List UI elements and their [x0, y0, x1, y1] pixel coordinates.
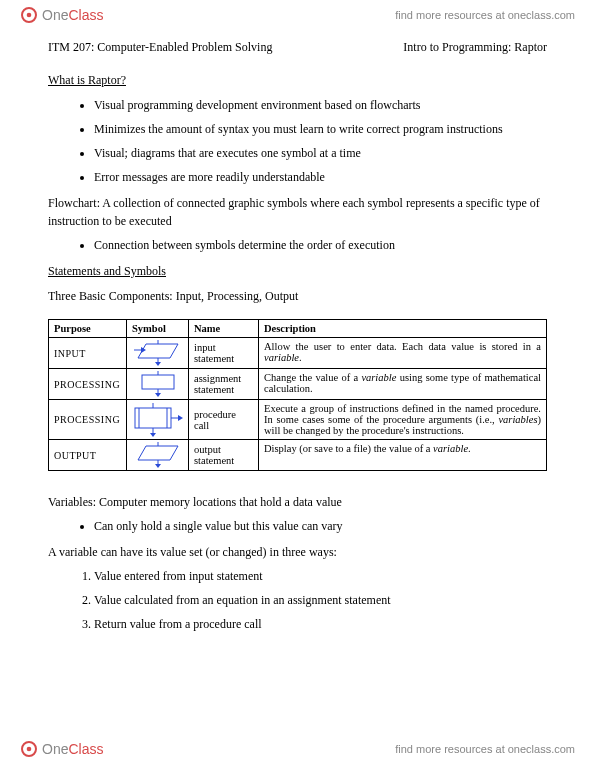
- page-content: ITM 207: Computer-Enabled Problem Solvin…: [0, 30, 595, 633]
- variables-definition: Variables: Computer memory locations tha…: [48, 493, 547, 511]
- table-header-row: Purpose Symbol Name Description: [49, 320, 547, 338]
- flowchart-bullet-list: Connection between symbols determine the…: [94, 236, 547, 254]
- list-item: Can only hold a single value but this va…: [94, 517, 547, 535]
- svg-rect-13: [135, 408, 171, 428]
- table-row: PROCESSING assignment statement Change t…: [49, 369, 547, 400]
- heading-statements-symbols: Statements and Symbols: [48, 264, 547, 279]
- list-item: Connection between symbols determine the…: [94, 236, 547, 254]
- svg-marker-5: [155, 362, 161, 366]
- footer-bar: OneClass find more resources at oneclass…: [0, 734, 595, 764]
- list-item: Value entered from input statement: [94, 567, 547, 585]
- list-item: Error messages are more readily understa…: [94, 168, 547, 186]
- list-item: Return value from a procedure call: [94, 615, 547, 633]
- variables-bullet-list: Can only hold a single value but this va…: [94, 517, 547, 535]
- svg-marker-21: [138, 446, 178, 460]
- cell-name: procedure call: [189, 400, 259, 440]
- col-name: Name: [189, 320, 259, 338]
- list-item: Value calculated from an equation in an …: [94, 591, 547, 609]
- symbols-table: Purpose Symbol Name Description INPUT: [48, 319, 547, 471]
- list-item: Minimizes the amount of syntax you must …: [94, 120, 547, 138]
- svg-marker-17: [150, 433, 156, 437]
- assignment-symbol-icon: [134, 371, 182, 397]
- col-symbol: Symbol: [127, 320, 189, 338]
- output-symbol-icon: [134, 442, 182, 468]
- svg-point-25: [27, 747, 32, 752]
- cell-name: output statement: [189, 440, 259, 471]
- course-code: ITM 207: Computer-Enabled Problem Solvin…: [48, 40, 272, 55]
- var-set-ways-list: Value entered from input statement Value…: [94, 567, 547, 633]
- find-more-link-bottom[interactable]: find more resources at oneclass.com: [395, 743, 575, 755]
- cell-name: input statement: [189, 338, 259, 369]
- list-item: Visual programming development environme…: [94, 96, 547, 114]
- cell-purpose: INPUT: [49, 338, 127, 369]
- table-row: INPUT input statement Allow the user to …: [49, 338, 547, 369]
- three-components-line: Three Basic Components: Input, Processin…: [48, 287, 547, 305]
- col-purpose: Purpose: [49, 320, 127, 338]
- cell-desc: Change the value of a variable using som…: [259, 369, 547, 400]
- cell-symbol: [127, 338, 189, 369]
- find-more-link-top[interactable]: find more resources at oneclass.com: [395, 9, 575, 21]
- cell-purpose: PROCESSING: [49, 369, 127, 400]
- svg-point-1: [27, 13, 32, 18]
- logo-text: OneClass: [42, 741, 103, 757]
- raptor-bullet-list: Visual programming development environme…: [94, 96, 547, 186]
- cell-purpose: PROCESSING: [49, 400, 127, 440]
- cell-desc: Execute a group of instructions defined …: [259, 400, 547, 440]
- cell-name: assignment statement: [189, 369, 259, 400]
- col-description: Description: [259, 320, 547, 338]
- heading-what-is-raptor: What is Raptor?: [48, 73, 547, 88]
- cell-symbol: [127, 400, 189, 440]
- svg-marker-19: [178, 415, 183, 421]
- symbols-table-wrap: Purpose Symbol Name Description INPUT: [48, 319, 547, 471]
- flowchart-definition: Flowchart: A collection of connected gra…: [48, 194, 547, 230]
- logo-text: OneClass: [42, 7, 103, 23]
- list-item: Visual; diagrams that are executes one s…: [94, 144, 547, 162]
- cell-desc: Display (or save to a file) the value of…: [259, 440, 547, 471]
- cell-desc: Allow the user to enter data. Each data …: [259, 338, 547, 369]
- cell-symbol: [127, 369, 189, 400]
- header-bar: OneClass find more resources at oneclass…: [0, 0, 595, 30]
- topic-title: Intro to Programming: Raptor: [403, 40, 547, 55]
- svg-rect-9: [142, 375, 174, 389]
- var-set-intro: A variable can have its value set (or ch…: [48, 543, 547, 561]
- logo-icon: [20, 6, 38, 24]
- table-row: PROCESSING procedure call Execute a grou: [49, 400, 547, 440]
- course-header: ITM 207: Computer-Enabled Problem Solvin…: [48, 40, 547, 55]
- table-row: OUTPUT output statement Display (or save…: [49, 440, 547, 471]
- svg-marker-23: [155, 464, 161, 468]
- logo-icon: [20, 740, 38, 758]
- cell-purpose: OUTPUT: [49, 440, 127, 471]
- brand-logo: OneClass: [20, 6, 103, 24]
- svg-marker-11: [155, 393, 161, 397]
- procedure-symbol-icon: [131, 403, 185, 437]
- input-symbol-icon: [134, 340, 182, 366]
- brand-logo-footer: OneClass: [20, 740, 103, 758]
- cell-symbol: [127, 440, 189, 471]
